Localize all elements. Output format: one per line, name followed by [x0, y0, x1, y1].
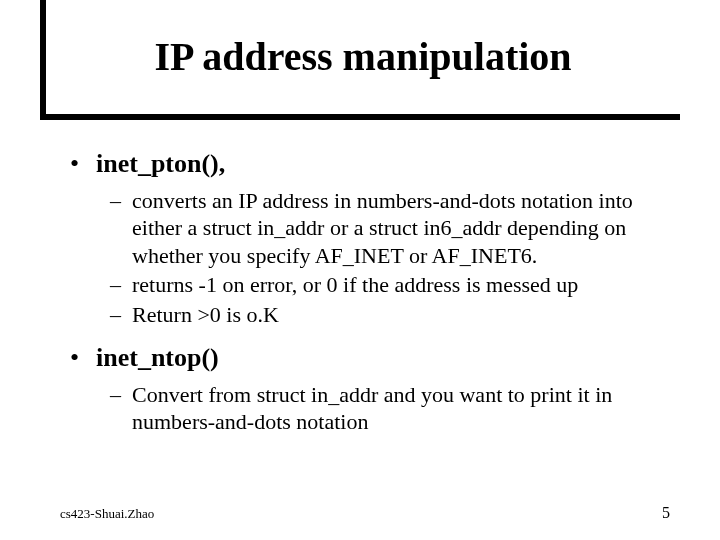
sub-list: – converts an IP address in numbers-and-…: [110, 187, 680, 329]
slide-title: IP address manipulation: [154, 35, 571, 79]
bullet-level1: •inet_ntop(): [70, 342, 680, 375]
sub-text: Return >0 is o.K: [132, 301, 680, 329]
dash-marker: –: [110, 271, 132, 299]
sub-text: Convert from struct in_addr and you want…: [132, 381, 680, 436]
dash-marker: –: [110, 381, 132, 436]
sub-text: converts an IP address in numbers-and-do…: [132, 187, 680, 270]
sub-bullet: – converts an IP address in numbers-and-…: [110, 187, 680, 270]
sub-bullet: – Return >0 is o.K: [110, 301, 680, 329]
sub-text: returns -1 on error, or 0 if the address…: [132, 271, 680, 299]
dash-marker: –: [110, 301, 132, 329]
bullet-marker: •: [70, 148, 96, 181]
bullet-label: inet_pton(),: [96, 149, 225, 178]
footer-author: cs423-Shuai.Zhao: [60, 506, 154, 522]
footer-page-number: 5: [662, 504, 670, 522]
sub-bullet: – Convert from struct in_addr and you wa…: [110, 381, 680, 436]
bullet-level1: •inet_pton(),: [70, 148, 680, 181]
bullet-label: inet_ntop(): [96, 343, 219, 372]
title-frame: IP address manipulation: [40, 0, 680, 120]
dash-marker: –: [110, 187, 132, 270]
sub-list: – Convert from struct in_addr and you wa…: [110, 381, 680, 436]
slide-body: •inet_pton(), – converts an IP address i…: [70, 140, 680, 438]
bullet-marker: •: [70, 342, 96, 375]
sub-bullet: – returns -1 on error, or 0 if the addre…: [110, 271, 680, 299]
slide: IP address manipulation •inet_pton(), – …: [0, 0, 720, 540]
